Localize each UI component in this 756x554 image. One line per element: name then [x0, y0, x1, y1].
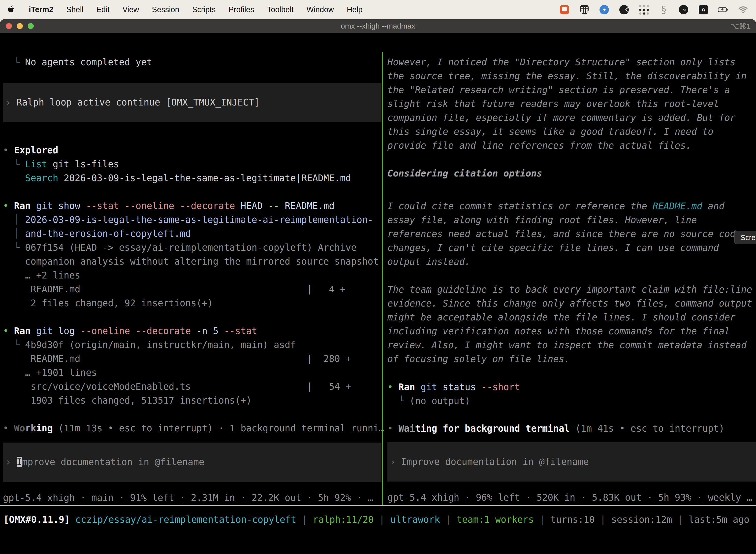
terminal-line: slight risk that future readers may over… [387, 97, 756, 111]
window-title: omx --xhigh --madmax [341, 22, 415, 30]
terminal-line: might be acceptable alongside the file l… [387, 311, 756, 324]
window-shortcut: ⌥⌘1 [731, 22, 751, 31]
terminal-line: │ 2026-03-09-is-legal-the-same-as-legiti… [3, 213, 381, 227]
terminal-line: output instead. [387, 255, 756, 269]
terminal-line: └ List git ls-files [3, 157, 381, 171]
shield-icon[interactable] [579, 4, 590, 15]
prompt-input[interactable]: › Improve documentation in @filename [3, 443, 381, 482]
terminal-line: • Ran git show --stat --oneline --decora… [3, 199, 381, 213]
terminal-line: review. Also, I might want to inspect th… [387, 338, 756, 352]
iterm2-window: omx --xhigh --madmax ⌥⌘1 └ No agents com… [0, 19, 756, 554]
terminal-line: • Explored [3, 144, 381, 157]
menu-item-window[interactable]: Window [307, 5, 334, 14]
pane-bottom-border [0, 505, 756, 506]
text-cursor: I [17, 457, 22, 467]
terminal-line: Search 2026-03-09-is-legal-the-same-as-l… [3, 171, 381, 185]
menu-bar: iTerm2 Shell Edit View Session Scripts P… [0, 0, 756, 19]
bolt-icon[interactable] [599, 4, 610, 15]
menu-item-edit[interactable]: Edit [96, 5, 109, 14]
terminal-line: • Ran git log --oneline --decorate -n 5 … [3, 324, 381, 338]
terminal-line: of focusing solely on file lines. [387, 352, 756, 366]
zoom-button[interactable] [28, 23, 34, 29]
pacman-icon[interactable] [619, 4, 630, 15]
terminal-line: evidence. Since this change only affects… [387, 296, 756, 311]
menu-item-profiles[interactable]: Profiles [229, 5, 254, 14]
pane-divider[interactable] [382, 52, 383, 505]
terminal-line: this single essay, it seems like a good … [387, 125, 756, 139]
a-icon[interactable]: A [698, 4, 709, 15]
terminal-line: I could cite commit statistics or refere… [387, 199, 756, 213]
menu-item-view[interactable]: View [123, 5, 139, 14]
terminal-line: However, I noticed the "Directory Struct… [387, 55, 756, 69]
model-status-line: gpt-5.4 xhigh · main · 91% left · 2.31M … [3, 491, 381, 505]
prompt-input[interactable]: › Improve documentation in @filename [387, 442, 756, 482]
working-status-line: • Working (11m 13s • esc to interrupt) ·… [3, 422, 381, 435]
terminal-line: essay file, along with finding root file… [387, 213, 756, 227]
apple-icon[interactable] [7, 5, 16, 15]
omx-status-line: [OMX#0.11.9] cczip/essay/ai-reimplementa… [3, 513, 753, 527]
menu-item-help[interactable]: Help [347, 5, 363, 14]
ralph-loop-box[interactable]: › Ralph loop active continue [OMX_TMUX_I… [3, 82, 381, 122]
terminal-line: src/voice/voiceModeEnabled.ts | 54 + [3, 380, 381, 394]
terminal-line: └ No agents completed yet [3, 55, 381, 69]
terminal-line: └ 067f154 (HEAD -> essay/ai-reimplementa… [3, 241, 381, 255]
terminal-line: companion file, especially if more comme… [387, 111, 756, 125]
model-status-line: gpt-5.4 xhigh · 96% left · 520K in · 5.8… [387, 491, 756, 505]
battery-icon[interactable] [718, 4, 729, 15]
terminal-line: companion analysis without altering the … [3, 255, 381, 269]
title-bar: omx --xhigh --madmax ⌥⌘1 [0, 19, 756, 33]
right-terminal-pane: However, I noticed the "Directory Struct… [387, 52, 756, 505]
terminal-line: │ and-the-erosion-of-copyleft.md [3, 227, 381, 241]
terminal-line: references need actual files, and since … [387, 227, 756, 241]
terminal-line: … +1901 lines [3, 366, 381, 380]
terminal-line: including verification notes with those … [387, 324, 756, 338]
waiting-status-line: • Waiting for background terminal (1m 41… [387, 422, 756, 436]
terminal-line: 2 files changed, 92 insertions(+) [3, 296, 381, 310]
badge-61-icon[interactable]: ..61 [678, 4, 689, 15]
squiggle-icon[interactable]: § [658, 4, 669, 15]
close-button[interactable] [6, 23, 12, 29]
terminal-line: └ 4b9d30f (origin/main, instructkr/main,… [3, 338, 381, 352]
minimize-button[interactable] [17, 23, 23, 29]
terminal-line: 1903 files changed, 513517 insertions(+) [3, 394, 381, 407]
terminal-line: … +2 lines [3, 269, 381, 282]
menu-item-toolbelt[interactable]: Toolbelt [267, 5, 294, 14]
dots-grid-icon[interactable] [638, 4, 649, 15]
terminal-line: README.md | 280 + [3, 352, 381, 366]
chat-icon[interactable] [559, 4, 570, 15]
terminal-line: the "Related research writing" section i… [387, 83, 756, 97]
wifi-icon[interactable] [738, 4, 749, 15]
terminal-line: README.md | 4 + [3, 282, 381, 296]
menu-item-iterm2[interactable]: iTerm2 [29, 5, 53, 14]
terminal-line: the source tree, missing the essay. Stil… [387, 69, 756, 83]
thinking-heading: Considering citation options [387, 167, 756, 180]
screen-overlay-button[interactable]: Scre [734, 231, 756, 244]
menu-item-shell[interactable]: Shell [66, 5, 83, 14]
terminal-line: The team guideline is to back every impo… [387, 283, 756, 296]
menu-item-scripts[interactable]: Scripts [192, 5, 216, 14]
menu-item-session[interactable]: Session [152, 5, 179, 14]
terminal-line: └ (no output) [387, 394, 756, 408]
terminal-line: provide file and line references from th… [387, 139, 756, 153]
terminal-line: changes, I can't cite specific file line… [387, 241, 756, 255]
terminal-line: • Ran git status --short [387, 380, 756, 394]
left-terminal-pane: └ No agents completed yet › Ralph loop a… [3, 52, 381, 505]
